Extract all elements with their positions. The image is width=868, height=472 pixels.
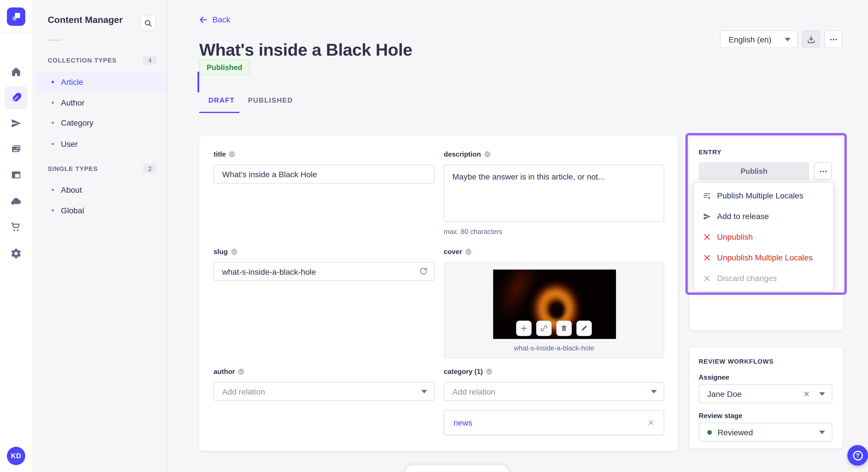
field-label: cover	[444, 248, 664, 256]
sidebar-item-label: Global	[61, 206, 84, 215]
help-button[interactable]: ?	[847, 445, 868, 466]
field-label-text: slug	[214, 248, 228, 256]
regenerate-slug-button[interactable]	[418, 267, 428, 276]
field-author: author Add relation	[214, 368, 435, 401]
black-hole-center	[549, 302, 564, 319]
field-label: description	[444, 150, 664, 158]
description-hint: max. 80 characters	[444, 228, 664, 236]
assignee-combobox[interactable]: Jane Doe	[699, 384, 832, 403]
field-description: description Maybe the answer is in this …	[444, 150, 664, 236]
section-label: COLLECTION TYPES	[48, 57, 117, 64]
collection-types-header: COLLECTION TYPES 4	[48, 56, 157, 65]
slug-input[interactable]	[214, 262, 435, 281]
nav-marketplace[interactable]	[5, 216, 28, 239]
sidebar-divider	[48, 40, 61, 41]
bullet-icon	[52, 209, 54, 212]
publish-button[interactable]: Publish	[699, 162, 809, 180]
edit-asset-button[interactable]	[577, 321, 592, 336]
cross-icon	[703, 254, 710, 261]
tab-draft[interactable]: DRAFT	[208, 96, 235, 104]
relation-item-news: news	[444, 410, 664, 435]
globe-icon	[484, 151, 491, 158]
ellipsis-icon	[818, 167, 828, 176]
nav-media-library[interactable]	[5, 138, 28, 161]
layout-icon	[10, 169, 22, 181]
add-asset-button[interactable]	[516, 321, 532, 336]
clear-assignee-button[interactable]	[803, 390, 810, 397]
bullet-icon	[52, 81, 54, 83]
search-button[interactable]	[140, 15, 156, 31]
menu-item-label: Unpublish Multiple Locales	[717, 253, 813, 262]
menu-item-label: Discard changes	[717, 274, 777, 283]
field-label: category (1)	[444, 368, 664, 376]
locale-select[interactable]: English (en)	[720, 30, 798, 48]
globe-icon	[229, 151, 236, 158]
menu-item-unpublish-multiple-locales[interactable]: Unpublish Multiple Locales	[694, 247, 833, 268]
nav-home[interactable]	[5, 60, 28, 83]
nav-releases[interactable]	[5, 112, 28, 135]
review-stage-combobox[interactable]: Reviewed	[699, 423, 832, 442]
sidebar-item-category[interactable]: Category	[37, 112, 166, 133]
sidebar-item-about[interactable]: About	[37, 179, 166, 200]
category-relation-combobox[interactable]: Add relation	[444, 382, 664, 401]
cover-action-bar	[444, 321, 663, 336]
nav-deploy[interactable]	[5, 190, 28, 213]
menu-item-discard-changes[interactable]: Discard changes	[694, 268, 833, 289]
globe-icon	[230, 248, 237, 255]
active-tab-underline	[199, 112, 239, 113]
relation-link[interactable]: news	[454, 418, 472, 427]
user-avatar[interactable]: KD	[7, 447, 25, 465]
remove-relation-button[interactable]	[648, 419, 654, 426]
field-label-text: title	[214, 150, 226, 158]
globe-icon	[238, 368, 245, 375]
title-input[interactable]	[214, 165, 435, 183]
back-link[interactable]: Back	[199, 15, 230, 24]
entry-more-button[interactable]	[814, 162, 832, 180]
cover-caption: what-s-inside-a-black-hole	[444, 344, 663, 352]
cover-asset-card[interactable]: what-s-inside-a-black-hole	[444, 262, 664, 359]
sidebar-title: Content Manager	[48, 15, 123, 25]
menu-item-add-to-release[interactable]: Add to release	[694, 206, 833, 227]
arrow-left-icon	[199, 15, 208, 24]
question-mark-icon: ?	[853, 450, 863, 460]
menu-item-unpublish[interactable]: Unpublish	[694, 227, 833, 247]
paper-plane-icon	[702, 212, 711, 221]
more-actions-button[interactable]	[825, 30, 842, 48]
download-button[interactable]	[802, 30, 820, 48]
bullet-icon	[52, 102, 54, 104]
trash-icon	[560, 325, 568, 332]
author-relation-combobox[interactable]: Add relation	[214, 382, 435, 401]
strapi-logo[interactable]	[7, 7, 25, 26]
main-nav-rail: KD	[0, 0, 33, 472]
plus-icon	[520, 325, 528, 332]
cart-icon	[10, 222, 22, 233]
sidebar-item-global[interactable]: Global	[37, 200, 166, 221]
app-root: KD Content Manager COLLECTION TYPES 4 Ar…	[0, 0, 868, 472]
sidebar-item-article[interactable]: Article	[37, 72, 166, 92]
cross-icon	[703, 233, 710, 241]
nav-content-manager[interactable]	[5, 86, 28, 109]
home-icon	[10, 66, 22, 77]
assignee-value: Jane Doe	[707, 389, 803, 398]
strapi-logo-icon	[9, 10, 23, 24]
copy-link-button[interactable]	[536, 321, 552, 336]
paper-plane-icon	[10, 117, 22, 129]
sidebar-item-user[interactable]: User	[37, 134, 166, 154]
tab-published[interactable]: PUBLISHED	[248, 96, 293, 104]
review-stage-value: Reviewed	[718, 428, 819, 437]
section-count-badge: 2	[143, 164, 157, 173]
sidebar-item-author[interactable]: Author	[37, 92, 166, 113]
nav-settings[interactable]	[5, 242, 28, 265]
locale-value: English (en)	[728, 35, 771, 44]
back-label: Back	[212, 15, 230, 24]
nav-content-type-builder[interactable]	[5, 164, 28, 187]
section-label: SINGLE TYPES	[48, 165, 98, 172]
menu-item-publish-multiple-locales[interactable]: Publish Multiple Locales	[694, 185, 833, 206]
single-types-header: SINGLE TYPES 2	[48, 164, 157, 173]
link-icon	[540, 325, 548, 332]
delete-asset-button[interactable]	[556, 321, 572, 336]
description-textarea[interactable]: Maybe the answer is in this article, or …	[444, 165, 664, 222]
field-slug: slug	[214, 248, 435, 281]
review-stage-label: Review stage	[699, 412, 742, 420]
x-icon	[803, 390, 810, 397]
